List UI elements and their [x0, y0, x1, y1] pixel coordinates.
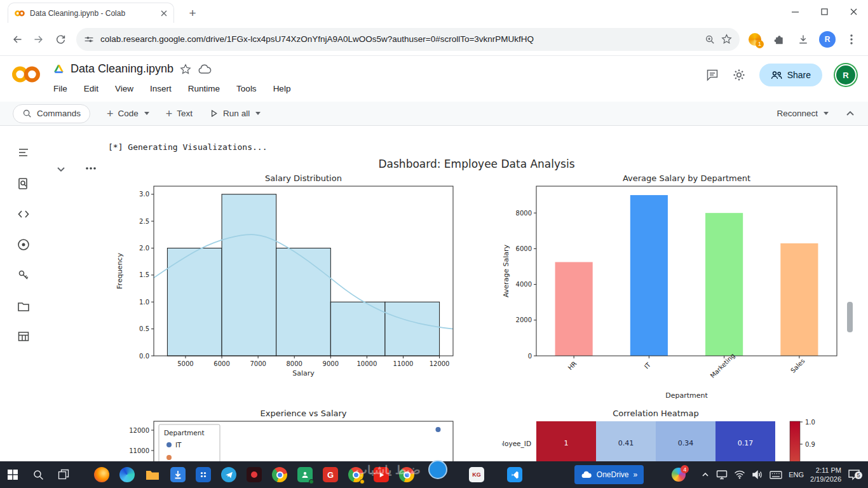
svg-text:IT: IT [175, 441, 182, 449]
settings-gear-icon[interactable] [733, 69, 745, 81]
taskbar-apps: GKG [0, 461, 527, 488]
reconnect-button[interactable]: Reconnect [776, 109, 829, 118]
tab-close-icon[interactable] [161, 10, 167, 17]
new-tab-button[interactable]: + [184, 5, 201, 22]
secrets-key-icon[interactable] [17, 268, 31, 282]
menu-runtime[interactable]: Runtime [188, 84, 220, 93]
telegram-icon[interactable] [216, 461, 241, 488]
onedrive-button[interactable]: OneDrive » [574, 465, 644, 484]
menu-tools[interactable]: Tools [236, 84, 257, 93]
cell-collapse-chevron-icon[interactable] [56, 164, 66, 174]
extension-notification-icon[interactable]: 1 [745, 29, 765, 50]
wifi-icon[interactable] [734, 470, 745, 479]
commands-button[interactable]: Commands [13, 104, 90, 123]
extensions-puzzle-icon[interactable] [769, 29, 789, 50]
tray-caret-up-icon[interactable] [701, 471, 710, 478]
firefox-icon[interactable] [89, 461, 114, 488]
collapse-header-chevron-icon[interactable] [845, 109, 855, 119]
desktop-screen: Data Cleaning.ipynb - Colab + [0, 0, 868, 488]
scrollbar-thumb[interactable] [847, 302, 853, 332]
bookmark-star-icon[interactable] [721, 34, 732, 44]
maximize-button[interactable] [810, 0, 839, 23]
menu-help[interactable]: Help [273, 84, 291, 93]
account-avatar[interactable]: R [836, 65, 855, 85]
download-icon[interactable] [793, 29, 813, 50]
onedrive-more-chevrons[interactable]: » [634, 470, 638, 479]
back-button[interactable] [6, 29, 28, 50]
onedrive-cloud-icon [581, 471, 592, 478]
share-button[interactable]: Share [759, 64, 822, 86]
url-text[interactable]: colab.research.google.com/drive/1FGx-lcx… [100, 34, 698, 44]
chrome-3-icon[interactable] [394, 461, 419, 488]
drive-icon [53, 64, 64, 74]
chevron-down-icon[interactable] [255, 112, 261, 115]
notebook-toolbar: Commands + Code + Text Run all Reconnect [0, 102, 868, 126]
star-icon[interactable] [180, 64, 191, 75]
people-icon [771, 71, 782, 79]
close-button[interactable] [839, 0, 868, 23]
notification-badge: 5 [855, 471, 862, 479]
chrome-1-icon[interactable] [267, 461, 292, 488]
files-folder-icon[interactable] [17, 299, 31, 313]
menu-insert[interactable]: Insert [150, 84, 172, 93]
menu-edit[interactable]: Edit [84, 84, 98, 93]
taskbar-clock[interactable]: 2:11 PM 2/19/2026 [810, 466, 841, 484]
touch-keyboard-icon[interactable] [770, 471, 782, 479]
youtube-icon[interactable] [369, 461, 394, 488]
start-icon[interactable] [0, 461, 25, 488]
svg-text:6000: 6000 [214, 360, 229, 367]
display-icon[interactable] [716, 470, 728, 480]
svg-text:2.5: 2.5 [139, 218, 149, 225]
notebook-title[interactable]: Data Cleaning.ipynb [71, 62, 173, 76]
chevron-down-icon[interactable] [824, 112, 829, 115]
reload-button[interactable] [50, 29, 71, 50]
hidden-app-icon[interactable]: 4 [672, 468, 686, 482]
svg-text:10000: 10000 [357, 360, 377, 367]
site-info-icon[interactable] [84, 34, 94, 44]
browser-tab[interactable]: Data Cleaning.ipynb - Colab [8, 3, 174, 23]
comment-icon[interactable] [706, 69, 719, 81]
add-text-button[interactable]: + Text [166, 108, 193, 119]
menu-view[interactable]: View [115, 84, 133, 93]
vscode-icon[interactable] [502, 461, 527, 488]
chevron-down-icon[interactable] [144, 112, 149, 115]
run-all-button[interactable]: Run all [209, 109, 261, 118]
notification-center-icon[interactable]: 5 [848, 469, 860, 480]
cloud-save-icon[interactable] [198, 64, 212, 75]
search-icon[interactable] [25, 461, 51, 488]
variables-icon[interactable] [17, 238, 31, 252]
add-code-button[interactable]: + Code [107, 108, 149, 119]
table-grid-icon[interactable] [17, 330, 31, 344]
app-kg-icon[interactable]: KG [464, 461, 489, 488]
menu-file[interactable]: File [53, 84, 67, 93]
calculator-icon[interactable] [191, 461, 216, 488]
colab-logo[interactable] [11, 64, 41, 85]
zoom-icon[interactable] [705, 34, 715, 44]
app-green-icon[interactable] [292, 461, 318, 488]
browser-menu-kebab-icon[interactable] [841, 29, 862, 50]
task-view-icon[interactable] [51, 461, 76, 488]
chart-correlation-heatmap: 10.410.340.17Employee_ID1.00.9Correlatio… [502, 407, 845, 461]
browser-profile-avatar[interactable]: R [817, 29, 837, 50]
media-player-icon[interactable] [241, 461, 267, 488]
chrome-2-icon[interactable] [343, 461, 369, 488]
language-indicator[interactable]: ENG [789, 471, 804, 478]
code-snippets-icon[interactable] [17, 207, 31, 221]
find-replace-icon[interactable] [17, 177, 31, 191]
svg-text:1.0: 1.0 [805, 419, 815, 426]
minimize-button[interactable] [780, 0, 810, 23]
edge-icon[interactable] [114, 461, 140, 488]
svg-text:1.5: 1.5 [139, 271, 149, 278]
app-red-g-icon[interactable]: G [318, 461, 343, 488]
colab-favicon [15, 10, 25, 17]
download-manager-icon[interactable] [165, 461, 191, 488]
search-icon [22, 109, 32, 118]
cell-options-kebab-icon[interactable] [85, 166, 97, 170]
table-of-contents-icon[interactable] [17, 146, 31, 159]
clock-time: 2:11 PM [810, 466, 841, 475]
url-bar[interactable]: colab.research.google.com/drive/1FGx-lcx… [76, 28, 740, 51]
forward-button[interactable] [28, 29, 50, 50]
volume-icon[interactable] [752, 470, 763, 479]
browser-tabstrip: Data Cleaning.ipynb - Colab + [0, 0, 868, 23]
folder-app-icon[interactable] [140, 461, 165, 488]
